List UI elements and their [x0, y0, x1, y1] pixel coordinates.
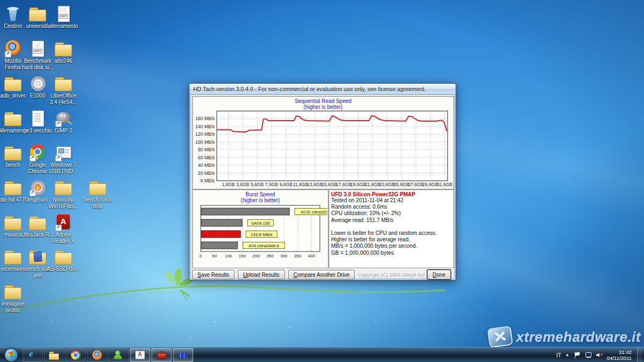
svg-text:0 MB/s: 0 MB/s: [201, 178, 215, 183]
svg-text:250: 250: [266, 254, 274, 258]
desktop-icon-gimp-2[interactable]: GIMP 2: [46, 109, 80, 134]
desktop-icon-as-ssd-be[interactable]: AS-SSD-Be...: [46, 247, 80, 272]
desktop-icon-label: Windows 7 USB DVD...: [46, 162, 80, 175]
window-titlebar[interactable]: HD Tach version 3.0.4.0 - For non-commer…: [189, 84, 456, 94]
desktop-icon-libreoffice-3-4-4e54[interactable]: LibreOffice 3.4 (4e54...: [46, 74, 80, 106]
svg-text:200: 200: [253, 254, 260, 258]
desktop-icon-bench-hard-disk[interactable]: bench hard disk: [80, 178, 115, 210]
taskbar-item-firefox[interactable]: [87, 348, 107, 362]
shortcut-arrow-icon: [55, 121, 62, 127]
desktop-icon-immagine-profilo[interactable]: immagine profilo: [0, 282, 30, 314]
internet-explorer-icon: [27, 350, 38, 360]
svg-text:ATA UltraDMA 6: ATA UltraDMA 6: [248, 243, 280, 248]
folder-icon: [3, 247, 23, 265]
imgburn-icon: [28, 178, 47, 196]
svg-text:1,6GB: 1,6GB: [222, 182, 235, 187]
desktop-icon-windows-7-usb-dvd[interactable]: Windows 7 USB DVD...: [46, 143, 80, 175]
svg-text:350: 350: [294, 254, 302, 258]
svg-text:5,6GB: 5,6GB: [251, 182, 264, 187]
desktop-icon-novicorp-wintoflas[interactable]: Novicorp WinToFlas...: [46, 178, 80, 210]
google-chrome-icon: [70, 350, 81, 360]
action-buttons: Save ResultsUpload ResultsCompare Anothe…: [192, 270, 355, 279]
shortcut-arrow-icon: [30, 155, 36, 161]
recycle-icon: [3, 4, 23, 23]
taskbar-item-hdtach-app[interactable]: [173, 348, 193, 362]
taskbar-item-google-chrome[interactable]: [65, 348, 86, 362]
folder-icon: [54, 39, 73, 57]
folder-icon: [3, 143, 23, 161]
messenger-icon: [113, 350, 124, 360]
taskbar-item-messenger[interactable]: [108, 348, 129, 362]
clock-date: 04/11/2011: [607, 355, 632, 361]
disc-icon: [28, 74, 47, 92]
odt-icon: [28, 39, 47, 57]
folder-icon: [54, 74, 73, 92]
folder-icon: [3, 74, 23, 92]
hdtach-app-icon: [178, 350, 188, 360]
taskbar-item-internet-explorer[interactable]: [23, 348, 43, 362]
info-line: Average read: 151.7 MB/s: [329, 217, 453, 224]
info-line: Lower is better for CPU and random acces…: [329, 230, 453, 237]
folder-blue-icon: [28, 247, 47, 265]
desktop-icon-label: bench hard disk: [80, 197, 115, 210]
svg-text:20 MB/s: 20 MB/s: [198, 171, 215, 176]
svg-text:160 MB/s: 160 MB/s: [195, 116, 215, 121]
svg-text:SCSI Ultra320: SCSI Ultra320: [301, 210, 327, 215]
drive-info-panel: UFD 3.0 Silicon-Power32G PMAP Tested on …: [328, 189, 454, 268]
compare-another-drive-button[interactable]: Compare Another Drive: [288, 270, 355, 279]
volume-muted-icon[interactable]: [596, 351, 603, 359]
copyright-text: Copyright (C) 2004 Simpli Software, Inc.…: [357, 272, 425, 278]
textdoc-icon: [28, 109, 47, 127]
action-center-flag-icon[interactable]: [573, 351, 581, 359]
desktop-icon-label: Novicorp WinToFlas...: [46, 197, 80, 210]
taskbar: IT ▲ 21:42 04/11/2011: [0, 347, 644, 362]
desktop-icon-label: LibreOffice 3.4 (4e54...: [46, 93, 80, 106]
firefox-icon: [3, 39, 23, 57]
show-desktop-button[interactable]: [637, 348, 642, 362]
desktop-icon-allenamento[interactable]: allenamento: [46, 4, 80, 29]
svg-text:100: 100: [225, 254, 232, 258]
desktop-icon-atto246[interactable]: atto246: [46, 39, 80, 64]
svg-text:SATA 150: SATA 150: [251, 221, 270, 226]
save-results-button[interactable]: Save Results: [192, 270, 235, 279]
desktop: CestinouniversitàallenamentoMozilla Fire…: [0, 0, 644, 362]
svg-text:29,6GB: 29,6GB: [422, 182, 438, 187]
desktop-icon-label: GIMP 2: [46, 128, 80, 134]
svg-text:11,6GB: 11,6GB: [293, 182, 309, 187]
svg-text:19,6GB: 19,6GB: [350, 182, 366, 187]
drive-info-lines: Tested on 2011-11-04 at 21:42Random acce…: [329, 197, 453, 256]
app-window-a-icon: [135, 350, 145, 360]
info-line: GB = 1,000,000,000 bytes.: [329, 250, 453, 256]
show-hidden-icons-arrow[interactable]: ▲: [565, 352, 569, 357]
svg-text:120 MB/s: 120 MB/s: [195, 131, 215, 137]
clock[interactable]: 21:42 04/11/2011: [607, 349, 633, 361]
svg-text:15,6GB: 15,6GB: [321, 182, 337, 187]
folder-icon: [54, 178, 73, 196]
upload-results-button[interactable]: Upload Results: [238, 270, 285, 279]
info-line: MB/s = 1,000,000 bytes per second.: [329, 243, 453, 249]
toolbox-app-icon: [156, 350, 167, 360]
desktop-icon-label: Adobe Reader X: [46, 232, 80, 245]
taskbar-item-windows-explorer[interactable]: [44, 348, 64, 362]
svg-text:150: 150: [239, 254, 246, 258]
network-icon[interactable]: [584, 351, 592, 359]
svg-text:50: 50: [212, 254, 217, 258]
window-body: Sequential Read Speed (higher is better)…: [191, 94, 455, 279]
done-button[interactable]: Done: [427, 270, 451, 279]
svg-text:27,6GB: 27,6GB: [408, 182, 423, 187]
taskbar-item-app-window-a[interactable]: [130, 348, 150, 362]
info-line: Higher is better for average read.: [329, 237, 453, 243]
folder-icon: [54, 247, 73, 265]
desktop-icon-adobe-reader-x[interactable]: Adobe Reader X: [46, 213, 80, 245]
watermark-text: xtremehardware.it: [516, 329, 641, 345]
clock-time: 21:42: [607, 349, 632, 355]
folder-icon: [28, 4, 47, 23]
taskbar-item-toolbox-app[interactable]: [151, 348, 172, 362]
start-button[interactable]: [4, 348, 18, 362]
folder-icon: [28, 213, 47, 231]
folder-icon: [3, 109, 23, 127]
folder-icon: [3, 282, 23, 300]
language-indicator[interactable]: IT: [557, 352, 561, 358]
info-line: Random access: 0.6ms: [329, 204, 453, 210]
folder-icon: [3, 178, 23, 196]
